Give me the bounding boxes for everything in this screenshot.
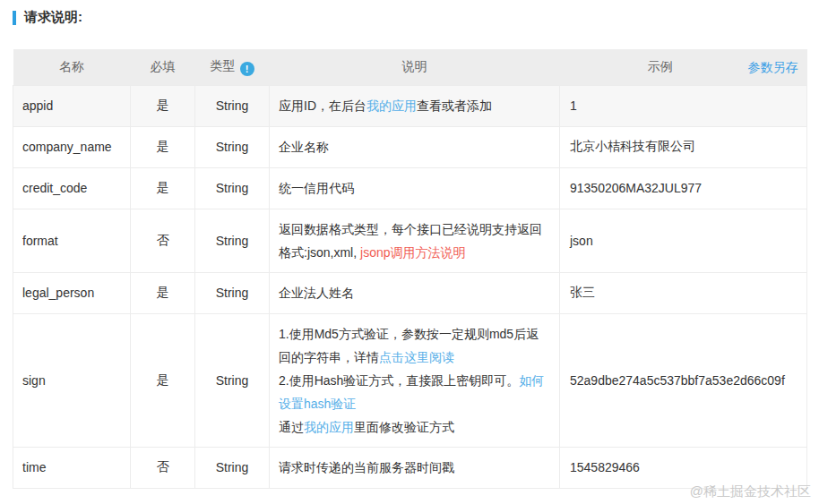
param-description: 统一信用代码 <box>270 167 560 209</box>
type-info-icon[interactable]: ! <box>240 62 254 76</box>
param-name: appid <box>13 85 131 126</box>
param-type: String <box>195 209 270 272</box>
table-row-company-name[interactable]: company_name 是 String 企业名称 北京小桔科技有限公司 <box>13 126 807 167</box>
table-row-appid[interactable]: appid 是 String 应用ID，在后台我的应用查看或者添加 1 <box>13 85 807 126</box>
param-description: 企业名称 <box>270 126 560 167</box>
desc-text: 通过 <box>279 420 304 434</box>
table-row-legal-person[interactable]: legal_person 是 String 企业法人姓名 张三 <box>13 272 807 313</box>
section-title: 请求说明: <box>13 9 82 26</box>
desc-text: 2.使用Hash验证方式，直接跟上密钥即可。 <box>279 373 519 388</box>
table-row-credit-code[interactable]: credit_code 是 String 统一信用代码 91350206MA32… <box>13 167 807 209</box>
param-example: 1 <box>560 85 807 126</box>
param-required: 是 <box>131 167 195 209</box>
param-required: 是 <box>131 85 195 126</box>
desc-text: 统一信用代码 <box>279 181 354 195</box>
desc-text: 里面修改验证方式 <box>354 420 454 434</box>
section-title-text: 请求说明: <box>24 9 82 26</box>
param-description: 1.使用Md5方式验证，参数按一定规则md5后返回的字符串，详情点击这里阅读 2… <box>270 313 560 447</box>
header-required: 必填 <box>131 49 195 85</box>
jsonp-usage-link[interactable]: jsonp调用方法说明 <box>360 245 465 260</box>
table-row-time[interactable]: time 否 String 请求时传递的当前服务器时间戳 1545829466 <box>13 447 807 488</box>
param-type: String <box>195 167 270 209</box>
title-accent-bar <box>13 11 16 25</box>
save-params-link[interactable]: 参数另存 <box>748 49 798 85</box>
header-type: 类型! <box>195 49 270 85</box>
param-type: String <box>195 272 270 313</box>
table-row-sign[interactable]: sign 是 String 1.使用Md5方式验证，参数按一定规则md5后返回的… <box>13 313 807 447</box>
desc-text: 查看或者添加 <box>417 98 492 113</box>
desc-text: 企业名称 <box>279 140 329 154</box>
my-apps-link[interactable]: 我的应用 <box>366 98 417 113</box>
param-required: 否 <box>131 209 195 272</box>
desc-line: 通过我的应用里面修改验证方式 <box>279 415 550 439</box>
param-required: 是 <box>131 313 195 447</box>
param-example: 张三 <box>560 272 807 313</box>
desc-line: 1.使用Md5方式验证，参数按一定规则md5后返回的字符串，详情点击这里阅读 <box>279 322 550 369</box>
table-header-row: 名称 必填 类型! 说明 示例 参数另存 <box>13 49 807 85</box>
table-row-format[interactable]: format 否 String 返回数据格式类型，每个接口已经说明支持返回格式:… <box>13 209 807 272</box>
header-description: 说明 <box>270 49 560 85</box>
header-name: 名称 <box>13 49 131 85</box>
desc-text: 应用ID，在后台 <box>279 98 366 113</box>
param-description: 企业法人姓名 <box>270 272 560 313</box>
param-description: 应用ID，在后台我的应用查看或者添加 <box>270 85 560 126</box>
desc-text: 企业法人姓名 <box>279 286 354 300</box>
read-here-link[interactable]: 点击这里阅读 <box>379 350 454 364</box>
param-example: 91350206MA32JUL977 <box>560 167 807 209</box>
param-required: 是 <box>131 126 195 167</box>
param-example: 北京小桔科技有限公司 <box>560 126 807 167</box>
param-required: 否 <box>131 447 195 488</box>
my-apps-link[interactable]: 我的应用 <box>304 420 354 434</box>
header-example: 示例 参数另存 <box>560 49 807 85</box>
param-name: credit_code <box>13 167 131 209</box>
param-name: legal_person <box>13 272 131 313</box>
param-example: 52a9dbe274a5c537bbf7a53e2d66c09f <box>560 313 807 447</box>
header-example-label: 示例 <box>648 59 720 75</box>
param-name: time <box>13 447 131 488</box>
header-type-label: 类型 <box>211 58 236 73</box>
param-name: company_name <box>13 126 131 167</box>
watermark: @稀土掘金技术社区 <box>690 483 811 500</box>
request-params-table: 名称 必填 类型! 说明 示例 参数另存 appid 是 String 应用ID… <box>13 49 807 489</box>
param-type: String <box>195 313 270 447</box>
param-required: 是 <box>131 272 195 313</box>
param-type: String <box>195 126 270 167</box>
param-example: json <box>560 209 807 272</box>
param-description: 请求时传递的当前服务器时间戳 <box>270 447 560 488</box>
desc-line: 2.使用Hash验证方式，直接跟上密钥即可。如何设置hash验证 <box>279 369 550 415</box>
param-name: sign <box>13 313 131 447</box>
desc-text: 请求时传递的当前服务器时间戳 <box>279 460 454 474</box>
param-description: 返回数据格式类型，每个接口已经说明支持返回格式:json,xml, jsonp调… <box>270 209 560 272</box>
param-type: String <box>195 447 270 488</box>
param-type: String <box>195 85 270 126</box>
param-name: format <box>13 209 131 272</box>
param-example: 1545829466 <box>560 447 807 488</box>
